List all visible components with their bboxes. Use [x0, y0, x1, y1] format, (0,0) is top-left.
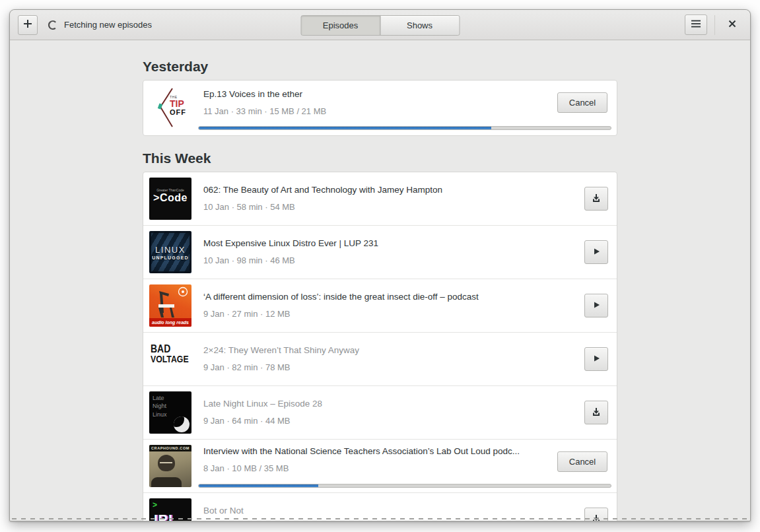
episode-meta: 8 Jan · 10 MB / 35 MB	[203, 463, 289, 473]
tab-episodes[interactable]: Episodes	[300, 15, 380, 36]
episode-row[interactable]: Late Night Linux Late Night Linux – Epis…	[143, 386, 617, 440]
episode-meta: 10 Jan · 98 min · 46 MB	[203, 255, 295, 265]
episode-title: Most Expensive Linux Distro Ever | LUP 2…	[203, 238, 551, 248]
header-separator	[714, 15, 715, 35]
episode-row[interactable]: LINUX UNPLUGGED Most Expensive Linux Dis…	[143, 226, 617, 279]
this-week-card: Greater ThanCode >Code 062: The Beauty o…	[143, 172, 617, 521]
episode-title: 062: The Beauty of Art and Technology wi…	[203, 185, 551, 195]
cancel-download-button[interactable]: Cancel	[557, 92, 607, 113]
play-icon	[591, 353, 602, 366]
irl-chevron-graphic: >	[153, 500, 157, 510]
episodes-column: Yesterday THE TIP OFF Ep.13 Voices in th…	[143, 59, 617, 521]
close-button[interactable]	[722, 15, 742, 35]
download-icon	[591, 514, 602, 521]
play-button[interactable]	[584, 240, 608, 264]
cancel-download-button[interactable]: Cancel	[557, 451, 607, 472]
spinner-icon	[48, 20, 58, 30]
episode-row[interactable]: CRAPHOUND.COM Interview with the Nationa…	[143, 440, 617, 493]
scroll-undershoot-indicator	[12, 518, 748, 519]
status-text: Fetching new episodes	[64, 20, 152, 30]
episode-title: ‘A different dimension of loss’: inside …	[203, 292, 551, 302]
episode-meta: 9 Jan · 27 min · 12 MB	[203, 309, 291, 319]
episode-meta: 11 Jan · 33 min · 15 MB / 21 MB	[203, 106, 326, 116]
podcasts-app-window: Fetching new episodes Episodes Shows	[9, 9, 751, 521]
desktop-background: Fetching new episodes Episodes Shows	[0, 0, 760, 532]
play-icon	[591, 300, 602, 312]
menu-button[interactable]	[685, 15, 707, 35]
episodes-view: Yesterday THE TIP OFF Ep.13 Voices in th…	[10, 40, 750, 521]
episode-row[interactable]: BAD VOLTAGE 2×24: They Weren’t That Shin…	[143, 333, 617, 386]
download-button[interactable]	[584, 187, 608, 211]
headerbar: Fetching new episodes Episodes Shows	[10, 10, 750, 40]
yesterday-card: THE TIP OFF Ep.13 Voices in the ether 11…	[143, 80, 617, 136]
podcast-artwork-craphound: CRAPHOUND.COM	[149, 445, 191, 487]
episode-title: Interview with the National Science Teac…	[203, 446, 554, 456]
download-progress-fill	[199, 484, 318, 487]
podcast-artwork-greater-than-code: Greater ThanCode >Code	[149, 178, 191, 220]
download-progress-bar	[198, 126, 611, 130]
podcast-artwork-linux-unplugged: LINUX UNPLUGGED	[149, 231, 191, 273]
episode-row[interactable]: audio long reads ‘A different dimension …	[143, 279, 617, 333]
header-right-controls	[685, 15, 742, 35]
episode-title: Ep.13 Voices in the ether	[203, 89, 554, 99]
add-podcast-button[interactable]	[18, 15, 38, 35]
play-button[interactable]	[584, 294, 608, 317]
download-progress-fill	[199, 127, 491, 129]
episode-row[interactable]: THE TIP OFF Ep.13 Voices in the ether 11…	[143, 81, 617, 135]
podcast-artwork-late-night-linux: Late Night Linux	[149, 391, 191, 434]
download-icon	[591, 193, 602, 205]
episode-title: Late Night Linux – Episode 28	[203, 399, 551, 409]
section-heading-yesterday: Yesterday	[143, 59, 617, 75]
podcast-artwork-bad-voltage: BAD VOLTAGE	[149, 338, 191, 380]
crescent-moon-graphic	[174, 416, 190, 432]
episode-meta: 9 Jan · 64 min · 44 MB	[203, 416, 291, 426]
episode-title: 2×24: They Weren’t That Shiny Anyway	[203, 345, 551, 355]
episode-meta: 10 Jan · 58 min · 54 MB	[203, 202, 295, 212]
podcast-artwork-audio-long-reads: audio long reads	[149, 284, 191, 327]
podcast-artwork-irl: > IRL	[149, 498, 191, 521]
episode-row[interactable]: Greater ThanCode >Code 062: The Beauty o…	[143, 172, 617, 226]
close-icon	[728, 19, 737, 30]
view-switcher: Episodes Shows	[300, 15, 460, 36]
tab-shows[interactable]: Shows	[380, 15, 460, 36]
download-button[interactable]	[584, 401, 608, 424]
episode-row[interactable]: > IRL Bot or Not	[143, 493, 617, 521]
plus-icon	[22, 18, 33, 31]
episode-title: Bot or Not	[203, 506, 551, 515]
section-heading-this-week: This Week	[143, 150, 617, 166]
download-icon	[591, 407, 602, 419]
hamburger-icon	[691, 19, 701, 30]
download-progress-bar	[198, 484, 611, 488]
episode-meta: 9 Jan · 82 min · 78 MB	[203, 362, 291, 372]
play-button[interactable]	[584, 347, 608, 371]
podcast-artwork-the-tip-off: THE TIP OFF	[152, 86, 194, 129]
play-icon	[591, 246, 602, 259]
